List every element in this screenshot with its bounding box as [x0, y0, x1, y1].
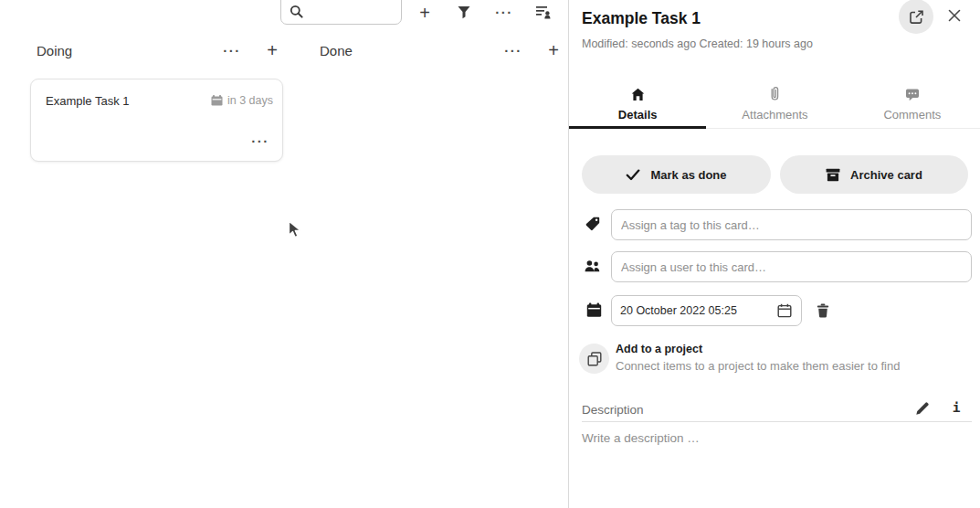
- edit-description-button[interactable]: [912, 398, 933, 418]
- tab-comments[interactable]: Comments: [844, 77, 980, 128]
- mark-as-done-button[interactable]: Mark as done: [582, 155, 771, 194]
- mark-as-done-label: Mark as done: [650, 168, 726, 182]
- check-icon: [626, 169, 640, 181]
- column-doing-add-button[interactable]: +: [262, 39, 282, 61]
- archive-card-button[interactable]: Archive card: [780, 155, 968, 194]
- pencil-icon: [915, 401, 930, 416]
- assign-user-input[interactable]: [611, 251, 972, 282]
- kanban-board: + ··· Doing ··· + Done ··· + Example Tas…: [0, 0, 568, 508]
- search-icon: [290, 5, 303, 22]
- remove-due-date-button[interactable]: [812, 300, 834, 322]
- filter-funnel-icon: [458, 5, 470, 19]
- archive-box-icon: [826, 168, 840, 182]
- add-to-project-subtitle: Connect items to a project to make them …: [616, 359, 900, 373]
- mouse-cursor: [288, 220, 303, 244]
- home-icon: [631, 81, 645, 101]
- due-date-field[interactable]: 20 October 2022 05:25: [611, 295, 802, 326]
- card-due-date: in 3 days: [211, 94, 273, 107]
- tab-comments-label: Comments: [883, 108, 941, 122]
- tab-attachments-label: Attachments: [742, 108, 807, 122]
- task-card[interactable]: Example Task 1 in 3 days ···: [30, 79, 283, 162]
- card-more-button[interactable]: ···: [249, 132, 271, 150]
- due-date-value: 20 October 2022 05:25: [620, 304, 775, 317]
- tab-details-label: Details: [618, 108, 658, 122]
- description-divider: [582, 421, 972, 422]
- panel-title: Example Task 1: [582, 9, 701, 28]
- column-title-doing: Doing: [37, 43, 72, 58]
- trash-icon: [817, 303, 829, 318]
- tab-details[interactable]: Details: [569, 77, 706, 128]
- users-icon: [585, 259, 601, 276]
- external-link-icon: [909, 9, 924, 25]
- paperclip-icon: [769, 81, 781, 101]
- close-icon: [948, 9, 961, 22]
- task-detail-panel: Example Task 1 Modified: seconds ago Cre…: [568, 0, 980, 508]
- assign-tag-input[interactable]: [611, 209, 972, 240]
- close-panel-button[interactable]: [943, 5, 965, 26]
- open-external-button[interactable]: [899, 0, 933, 34]
- board-add-button[interactable]: +: [415, 2, 435, 23]
- calendar-outline-icon: [777, 303, 792, 318]
- panel-meta: Modified: seconds ago Created: 19 hours …: [582, 37, 813, 50]
- description-info-button[interactable]: i: [947, 397, 965, 418]
- card-title: Example Task 1: [46, 94, 130, 108]
- project-stack-icon: [587, 352, 602, 366]
- column-done-add-button[interactable]: +: [543, 39, 564, 61]
- filter-button[interactable]: [456, 4, 472, 20]
- column-doing-more-button[interactable]: ···: [221, 41, 243, 59]
- tag-icon: [585, 217, 600, 235]
- open-calendar-button[interactable]: [775, 302, 794, 320]
- board-more-button[interactable]: ···: [493, 2, 515, 22]
- card-due-label: in 3 days: [227, 94, 273, 107]
- panel-tabbar: Details Attachments Comments: [569, 77, 980, 129]
- due-date-icon: [586, 302, 602, 322]
- description-label: Description: [582, 403, 644, 417]
- view-options-button[interactable]: [534, 4, 553, 20]
- column-done-more-button[interactable]: ···: [502, 41, 524, 59]
- add-to-project-button[interactable]: [579, 344, 609, 374]
- tab-attachments[interactable]: Attachments: [706, 77, 843, 128]
- active-tab-underline: [569, 126, 706, 129]
- column-title-done: Done: [320, 43, 353, 58]
- chat-bubble-icon: [905, 81, 920, 101]
- archive-card-label: Archive card: [850, 168, 922, 182]
- list-person-view-icon: [535, 5, 552, 19]
- description-placeholder[interactable]: Write a description …: [582, 431, 700, 445]
- calendar-icon: [211, 95, 223, 106]
- add-to-project-title[interactable]: Add to a project: [616, 343, 702, 355]
